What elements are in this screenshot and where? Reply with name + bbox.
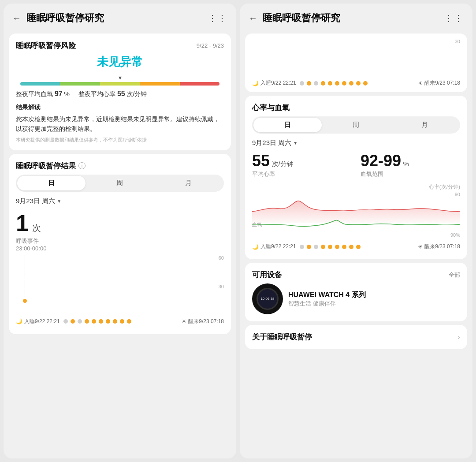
top-chart-vline <box>325 39 325 68</box>
back-button[interactable]: ← <box>12 13 21 23</box>
hb-timeline-dots <box>300 245 415 249</box>
tab-day[interactable]: 日 <box>17 176 86 190</box>
result-card: 睡眠呼吸暂停结果 i 日 周 月 9月23日 周六 ▼ 1 次 呼吸事件 23:… <box>9 154 231 334</box>
hb-date: 9月23日 周六 ▼ <box>252 139 460 147</box>
right-header: ← 睡眠呼吸暂停研究 ⋮⋮ <box>240 4 472 30</box>
device-info: 10:09:38 HUAWEI WATCH 4 系列 智慧生活 健康伴伴 <box>252 283 460 314</box>
device-card-title: 可用设备 <box>252 270 282 280</box>
hb-blood-ox-unit: % <box>403 160 409 168</box>
sleep-start-label: 入睡9/22 22:21 <box>24 318 60 325</box>
result-section-label: 结果解读 <box>16 104 224 112</box>
risk-date-range: 9/22 - 9/23 <box>197 42 224 49</box>
top-moon-icon: 🌙 <box>252 80 259 86</box>
combined-chart: 心率(次/分钟) 90 血氧 <box>252 183 460 238</box>
hb-blood-ox-value: 92-99 <box>361 152 401 170</box>
blood-ox-pct: 90% <box>252 232 460 238</box>
about-title: 关于睡眠呼吸暂停 <box>252 332 312 342</box>
hb-sleep-timeline: 🌙 入睡9/22 22:21 ☀ 醒来9/23 07:18 <box>252 241 460 252</box>
tab-week[interactable]: 周 <box>86 176 154 190</box>
chart-y-label: 心率(次/分钟) <box>252 183 460 191</box>
blood-oxygen-label: 整夜平均血氧 <box>16 90 53 97</box>
hb-tab-group: 日 周 月 <box>252 116 460 134</box>
chart-dot-highlight <box>22 298 28 304</box>
watch-face: 10:09:38 <box>257 288 279 310</box>
top-sleep-timeline: 🌙 入睡9/22 22:21 ☀ 醒来9/23 07:18 <box>252 78 460 89</box>
left-panel-title: 睡眠呼吸暂停研究 <box>26 11 104 25</box>
about-section[interactable]: 关于睡眠呼吸暂停 › <box>245 325 467 349</box>
top-timeline-dots <box>300 81 415 86</box>
top-sleep-end: 醒来9/23 07:18 <box>424 79 460 87</box>
hb-heart-rate-label: 平均心率 <box>252 170 352 178</box>
hb-date-dropdown[interactable]: ▼ <box>293 141 298 145</box>
event-time: 23:00-00:00 <box>16 245 224 252</box>
event-count: 1 <box>16 210 29 236</box>
result-text: 您本次检测结果为未见异常，近期检测结果未见明显异常。建议持续佩戴，以获得更加完整… <box>16 114 224 134</box>
moon-icon-left: 🌙 <box>16 318 22 324</box>
tab-month[interactable]: 月 <box>154 176 223 190</box>
disclaimer-text: 本研究提供的测量数据和结果仅供参考，不作为医疗诊断依据 <box>16 137 224 143</box>
sleep-end-label: 醒来9/23 07:18 <box>188 318 224 325</box>
hb-tab-month[interactable]: 月 <box>390 118 459 132</box>
heart-blood-title: 心率与血氧 <box>252 103 290 113</box>
about-chevron: › <box>457 332 460 342</box>
result-date: 9月23日 周六 ▼ <box>16 197 224 205</box>
heart-rate-unit: 次/分钟 <box>127 90 147 97</box>
right-panel-title: 睡眠呼吸暂停研究 <box>263 11 340 25</box>
hb-blood-ox-label: 血氧范围 <box>361 170 460 178</box>
all-link[interactable]: 全部 <box>449 271 460 279</box>
top-chart-card: 30 🌙 入睡9/22 22:21 ☀ <box>245 34 467 92</box>
blood-ox-svg <box>252 218 460 231</box>
left-panel: ← 睡眠呼吸暂停研究 ⋮⋮ 睡眠呼吸暂停风险 9/22 - 9/23 未见异常 … <box>4 4 236 458</box>
event-info: 1 次 呼吸事件 23:00-00:00 <box>16 210 224 252</box>
heart-rate-block: 55 次/分钟 平均心率 <box>252 152 352 178</box>
info-icon[interactable]: i <box>78 162 86 169</box>
risk-indicator: ▾ <box>16 74 224 86</box>
risk-card: 睡眠呼吸暂停风险 9/22 - 9/23 未见异常 ▾ 整夜平均血氧 97 % … <box>9 34 231 150</box>
device-desc: 智慧生活 健康伴伴 <box>288 300 366 308</box>
date-dropdown[interactable]: ▼ <box>57 199 61 204</box>
hb-heart-rate-value: 55 <box>252 152 270 170</box>
result-chart: 60 30 <box>16 255 224 313</box>
right-back-button[interactable]: ← <box>249 13 257 23</box>
device-card: 可用设备 全部 10:09:38 HUAWEI WATCH 4 系列 智慧生活 … <box>245 263 467 321</box>
heart-rate-label: 整夜平均心率 <box>78 90 115 97</box>
top-sun-icon: ☀ <box>418 80 423 86</box>
blood-oxygen-block: 92-99 % 血氧范围 <box>361 152 460 178</box>
hb-sun-icon: ☀ <box>418 244 423 250</box>
hb-moon-icon: 🌙 <box>252 244 259 250</box>
result-tab-group: 日 周 月 <box>16 175 224 192</box>
stats-row: 整夜平均血氧 97 % 整夜平均心率 55 次/分钟 <box>16 90 224 98</box>
hr-chart-area: 90 血氧 <box>252 192 460 231</box>
heart-blood-card: 心率与血氧 日 周 月 9月23日 周六 ▼ 55 次/分钟 平均心率 92-9… <box>245 96 467 259</box>
chart-vline <box>25 255 25 304</box>
result-card-title: 睡眠呼吸暂停结果 <box>16 161 76 171</box>
blood-oxygen-value: 97 <box>55 90 63 97</box>
more-button[interactable]: ⋮⋮ <box>208 13 227 23</box>
hb-tab-week[interactable]: 周 <box>322 118 390 132</box>
right-more-button[interactable]: ⋮⋮ <box>444 13 464 23</box>
timeline-dots <box>63 319 178 324</box>
hb-heart-rate-unit: 次/分钟 <box>272 160 294 168</box>
device-image: 10:09:38 <box>252 283 283 314</box>
risk-card-title: 睡眠呼吸暂停风险 <box>16 41 76 51</box>
blood-oxygen-unit: % <box>64 90 70 97</box>
heart-rate-value: 55 <box>117 90 125 97</box>
sun-icon-right: ☀ <box>182 318 186 324</box>
device-name: HUAWEI WATCH 4 系列 <box>288 291 366 300</box>
top-mini-chart: 30 <box>252 39 460 74</box>
event-unit: 次 <box>32 223 41 233</box>
left-header: ← 睡眠呼吸暂停研究 ⋮⋮ <box>4 4 236 30</box>
top-sleep-start: 入睡9/22 22:21 <box>260 79 296 87</box>
right-panel: ← 睡眠呼吸暂停研究 ⋮⋮ 30 🌙 入睡9/22 22:21 <box>240 4 472 458</box>
hb-stats: 55 次/分钟 平均心率 92-99 % 血氧范围 <box>252 152 460 178</box>
sleep-timeline: 🌙 入睡9/22 22:21 ☀ 醒来9/23 07:18 <box>16 316 224 327</box>
hb-sleep-end: 醒来9/23 07:18 <box>424 243 460 250</box>
event-label: 呼吸事件 <box>16 237 224 245</box>
hb-sleep-start: 入睡9/22 22:21 <box>260 243 296 250</box>
risk-status: 未见异常 <box>16 54 224 70</box>
color-bar <box>20 82 219 86</box>
hb-tab-day[interactable]: 日 <box>253 118 322 132</box>
